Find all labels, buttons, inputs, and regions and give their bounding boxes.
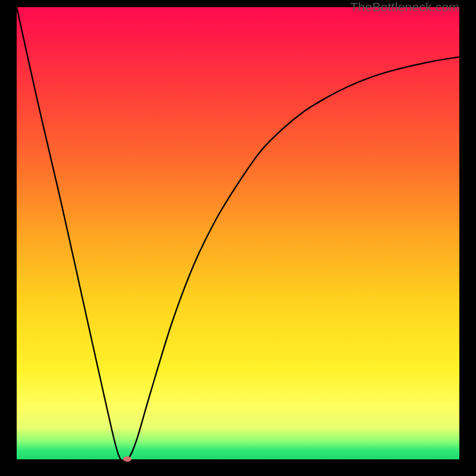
minimum-marker: [123, 456, 131, 462]
chart-frame: TheBottleneck.com: [0, 0, 476, 476]
watermark-text: TheBottleneck.com: [350, 0, 459, 14]
plot-area: [17, 7, 459, 459]
bottleneck-curve: [17, 7, 459, 459]
